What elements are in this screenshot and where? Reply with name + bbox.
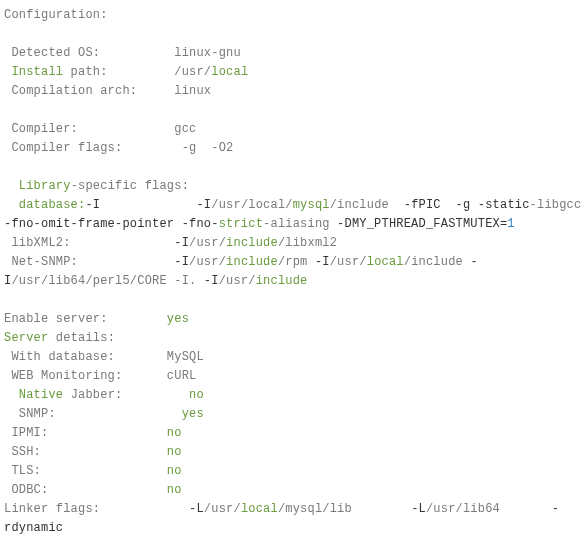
row-library-specific: Library-specific flags: (4, 179, 189, 193)
row-compilation-arch: Compilation arch: linux (4, 84, 211, 98)
row-enable-server: Enable server: yes (4, 312, 189, 326)
row-native-jabber: Native Jabber: no (4, 388, 204, 402)
config-output: Configuration: Detected OS: linux-gnu In… (4, 6, 582, 536)
row-netsnmp: Net-SNMP: -I/usr/include/rpm -I/usr/loca… (4, 255, 478, 288)
row-tls: TLS: no (4, 464, 182, 478)
row-snmp: SNMP: yes (4, 407, 204, 421)
row-server-details: Server details: (4, 331, 115, 345)
row-web-monitoring: WEB Monitoring: cURL (4, 369, 196, 383)
row-detected-os: Detected OS: linux-gnu (4, 46, 241, 60)
header: Configuration: (4, 8, 108, 22)
row-with-database: With database: MySQL (4, 350, 204, 364)
row-compiler: Compiler: gcc (4, 122, 196, 136)
row-ssh: SSH: no (4, 445, 182, 459)
row-compiler-flags: Compiler flags: -g -O2 (4, 141, 233, 155)
row-ipmi: IPMI: no (4, 426, 182, 440)
row-linker-flags: Linker flags: -L/usr/local/mysql/lib -L/… (4, 502, 559, 535)
row-libxml2: libXML2: -I/usr/include/libxml2 (4, 236, 337, 250)
row-database: database:-I -I/usr/local/mysql/include -… (4, 198, 586, 231)
row-odbc: ODBC: no (4, 483, 182, 497)
row-install-path: Install path: /usr/local (4, 65, 248, 79)
